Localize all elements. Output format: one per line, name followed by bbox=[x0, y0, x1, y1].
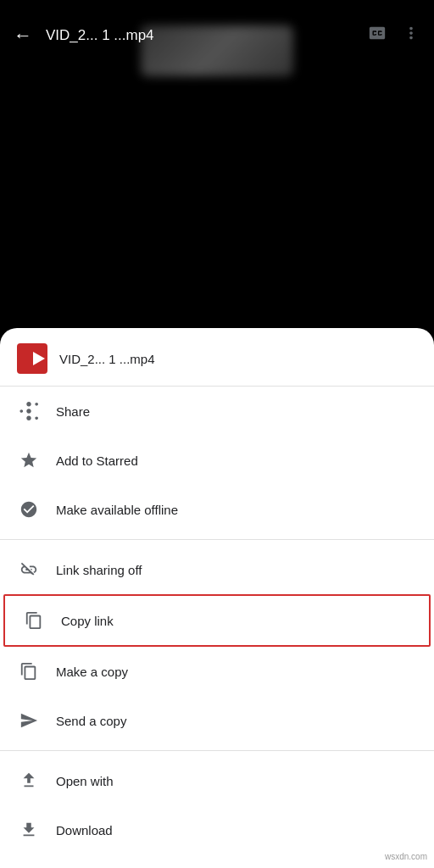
make-a-copy-label: Make a copy bbox=[56, 665, 128, 679]
star-icon bbox=[17, 448, 41, 472]
download-icon bbox=[17, 818, 41, 842]
share-label: Share bbox=[56, 404, 90, 419]
video-area: ← VID_2... 1 ...mp4 bbox=[0, 0, 434, 314]
link-off-icon bbox=[17, 558, 41, 581]
copy-link-label: Copy link bbox=[61, 614, 114, 628]
add-to-starred-label: Add to Starred bbox=[56, 453, 138, 468]
open-with-icon bbox=[17, 769, 41, 793]
open-with-label: Open with bbox=[56, 774, 114, 788]
back-button[interactable]: ← bbox=[14, 25, 32, 47]
top-bar: ← VID_2... 1 ...mp4 bbox=[0, 0, 434, 57]
offline-icon bbox=[17, 498, 41, 521]
share-icon bbox=[17, 399, 41, 423]
watermark: wsxdn.com bbox=[385, 852, 427, 861]
copy-link-icon bbox=[22, 609, 46, 632]
more-options-button[interactable] bbox=[402, 24, 420, 47]
download-label: Download bbox=[56, 823, 113, 837]
menu-item-download[interactable]: Download bbox=[0, 805, 434, 854]
link-sharing-off-label: Link sharing off bbox=[56, 563, 142, 577]
menu-item-offline[interactable]: Make available offline bbox=[0, 485, 434, 534]
make-copy-icon bbox=[17, 659, 41, 683]
menu-item-send-a-copy[interactable]: Send a copy bbox=[0, 696, 434, 745]
divider-1 bbox=[0, 539, 434, 540]
menu-item-link-sharing-off[interactable]: Link sharing off bbox=[0, 545, 434, 594]
menu-item-open-with[interactable]: Open with bbox=[0, 756, 434, 805]
menu-item-add-to-starred[interactable]: Add to Starred bbox=[0, 436, 434, 485]
menu-item-make-a-copy[interactable]: Make a copy bbox=[0, 647, 434, 696]
divider-2 bbox=[0, 750, 434, 751]
file-header: VID_2... 1 ...mp4 bbox=[0, 328, 434, 387]
bottom-sheet: VID_2... 1 ...mp4 Share Add to Starred M… bbox=[0, 328, 434, 868]
file-name-label: VID_2... 1 ...mp4 bbox=[59, 352, 155, 366]
send-a-copy-label: Send a copy bbox=[56, 714, 126, 728]
video-title: VID_2... 1 ...mp4 bbox=[46, 27, 353, 44]
file-type-icon bbox=[17, 343, 47, 374]
captions-button[interactable] bbox=[368, 24, 387, 47]
play-icon bbox=[33, 352, 45, 365]
make-available-offline-label: Make available offline bbox=[56, 503, 178, 517]
menu-item-copy-link[interactable]: Copy link bbox=[3, 594, 431, 647]
send-icon bbox=[17, 709, 41, 732]
menu-item-share[interactable]: Share bbox=[0, 387, 434, 436]
